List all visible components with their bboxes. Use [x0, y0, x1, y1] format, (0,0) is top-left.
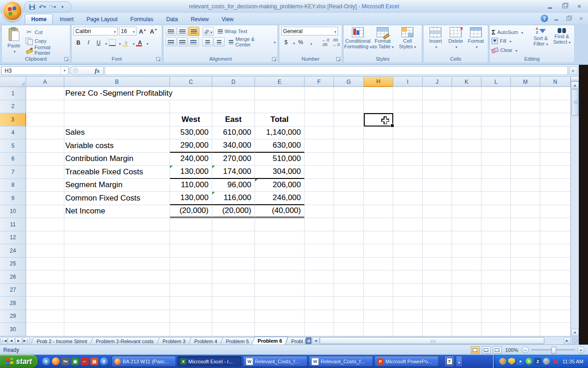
redo-button[interactable]: ↷▾: [48, 3, 57, 11]
table-header-cell-D3[interactable]: East: [212, 113, 255, 126]
cell-D1[interactable]: [212, 87, 255, 100]
cell-A2[interactable]: [26, 100, 64, 114]
cell-I8[interactable]: [393, 179, 423, 192]
cell-N11[interactable]: [540, 218, 571, 231]
tab-scroll-button[interactable]: ◀: [305, 337, 311, 344]
number-format-select[interactable]: General: [281, 27, 338, 35]
tray-misc-icon[interactable]: [543, 358, 550, 365]
cell-J7[interactable]: [423, 166, 452, 179]
column-header-M[interactable]: M: [511, 77, 540, 87]
column-header-G[interactable]: G: [334, 77, 364, 87]
cell-F9[interactable]: [305, 192, 334, 205]
cell-J1[interactable]: [423, 87, 452, 100]
cell-H28[interactable]: [364, 297, 393, 310]
cell-K30[interactable]: [452, 323, 481, 336]
cell-G27[interactable]: [334, 284, 364, 297]
value-cell-C8[interactable]: 110,000: [170, 179, 212, 192]
page-layout-view-button[interactable]: [482, 346, 491, 354]
fill-handle[interactable]: [390, 124, 394, 127]
ribbon-tab-review[interactable]: Review: [185, 14, 215, 24]
decrease-indent-button[interactable]: [202, 37, 213, 46]
value-cell-D4[interactable]: 610,000: [212, 126, 255, 140]
column-header-C[interactable]: C: [170, 77, 212, 87]
cell-L1[interactable]: [481, 87, 511, 100]
cell-F5[interactable]: [305, 139, 334, 153]
zoom-slider-thumb[interactable]: [551, 347, 556, 354]
cell-J29[interactable]: [423, 310, 452, 323]
cell-K29[interactable]: [452, 310, 481, 323]
horizontal-scroll-track[interactable]: [319, 337, 564, 344]
cell-F25[interactable]: [305, 258, 334, 271]
cell-J10[interactable]: [423, 205, 452, 218]
copy-button[interactable]: Copy: [24, 37, 68, 45]
start-button[interactable]: start: [0, 355, 38, 368]
cell-K4[interactable]: [452, 126, 481, 140]
align-center-button[interactable]: [177, 37, 188, 46]
cell-G26[interactable]: [334, 270, 364, 284]
taskbar-button-relevant-costs-f-3[interactable]: WRelevant_Costs_f...: [309, 356, 373, 367]
cell-D27[interactable]: [212, 284, 255, 297]
row-label-cell-B6[interactable]: Contribution Margin: [64, 153, 170, 166]
column-header-D[interactable]: D: [212, 77, 255, 87]
row-header-2[interactable]: 2: [0, 100, 26, 114]
sheet-tab-problem-6[interactable]: Problem 6: [252, 337, 288, 345]
cut-button[interactable]: ✂Cut: [24, 28, 68, 36]
bold-button[interactable]: B: [74, 38, 83, 47]
cell-L29[interactable]: [481, 310, 511, 323]
last-sheet-button[interactable]: ▶❘: [23, 337, 29, 344]
cell-H12[interactable]: [364, 231, 393, 245]
value-cell-C5[interactable]: 290,000: [170, 139, 212, 153]
cell-M12[interactable]: [511, 231, 540, 245]
borders-button[interactable]: [107, 38, 117, 47]
zoom-in-button[interactable]: +: [577, 346, 584, 353]
close-button[interactable]: ×: [574, 2, 584, 10]
column-header-H[interactable]: H: [364, 77, 393, 87]
find-select-button[interactable]: Find &Select: [551, 27, 572, 56]
cell-M9[interactable]: [511, 192, 540, 205]
cell-G28[interactable]: [334, 297, 364, 310]
increase-decimal-button[interactable]: ←.0.00: [321, 37, 330, 47]
sheet-tab-problem-3[interactable]: Problem 3: [157, 337, 192, 345]
cell-F26[interactable]: [305, 270, 334, 284]
cell-A27[interactable]: [26, 284, 64, 297]
cell-M4[interactable]: [511, 126, 540, 140]
cell-D2[interactable]: [212, 100, 255, 114]
cell-J11[interactable]: [423, 218, 452, 231]
cell-H24[interactable]: [364, 244, 393, 258]
cell-H2[interactable]: [364, 100, 393, 114]
tray-app-icon[interactable]: ✦: [517, 358, 524, 365]
cell-F11[interactable]: [305, 218, 334, 231]
row-header-5[interactable]: 5: [0, 139, 26, 153]
value-cell-C4[interactable]: 530,000: [170, 126, 212, 140]
cell-G3[interactable]: [334, 113, 364, 126]
cell-I6[interactable]: [393, 153, 423, 166]
conditional-formatting-button[interactable]: ConditionalFormatting: [346, 27, 370, 56]
format-painter-button[interactable]: Format Painter: [24, 46, 68, 54]
selected-cell[interactable]: [364, 113, 393, 126]
select-all-corner[interactable]: [0, 77, 26, 87]
cell-H8[interactable]: [364, 179, 393, 192]
cell-K25[interactable]: [452, 258, 481, 271]
cell-E28[interactable]: [255, 297, 305, 310]
cell-I24[interactable]: [393, 244, 423, 258]
cell-B12[interactable]: [64, 231, 170, 245]
quick-launch-fireworks-icon[interactable]: fw: [62, 357, 69, 365]
row-label-cell-B9[interactable]: Common Fixed Costs: [64, 192, 170, 205]
percent-style-button[interactable]: %: [296, 37, 305, 47]
taskbar-button-relevant-costs-f-2[interactable]: WRelevant_Costs_f...: [243, 356, 307, 367]
restore-button[interactable]: [560, 2, 570, 10]
row-header-1[interactable]: 1: [0, 87, 26, 100]
italic-button[interactable]: I: [84, 38, 93, 47]
cell-B29[interactable]: [64, 310, 170, 323]
cell-F10[interactable]: [305, 205, 334, 218]
cell-C30[interactable]: [170, 323, 212, 336]
cell-A26[interactable]: [26, 270, 64, 284]
value-cell-E5[interactable]: 630,000: [255, 139, 305, 153]
scroll-up-button[interactable]: ▲: [571, 81, 579, 89]
cell-F28[interactable]: [305, 297, 334, 310]
scroll-down-button[interactable]: ▼: [571, 329, 579, 336]
tray-update-icon[interactable]: [499, 358, 506, 365]
cell-H6[interactable]: [364, 153, 393, 166]
cell-J9[interactable]: [423, 192, 452, 205]
cell-K2[interactable]: [452, 100, 481, 114]
